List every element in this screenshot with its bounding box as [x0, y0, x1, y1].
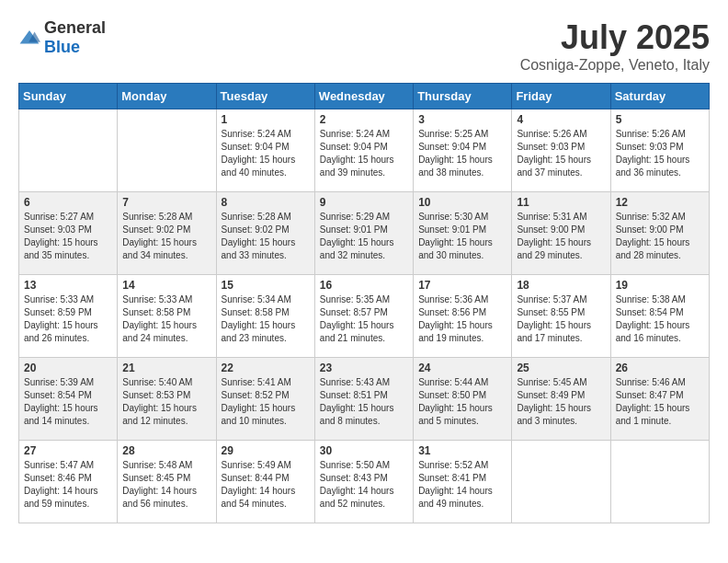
day-info: Sunrise: 5:39 AM Sunset: 8:54 PM Dayligh…	[24, 376, 112, 428]
calendar-cell: 30Sunrise: 5:50 AM Sunset: 8:43 PM Dayli…	[314, 441, 413, 523]
calendar-cell: 4Sunrise: 5:26 AM Sunset: 9:03 PM Daylig…	[512, 109, 610, 192]
day-number: 29	[222, 444, 310, 457]
calendar-cell: 5Sunrise: 5:26 AM Sunset: 9:03 PM Daylig…	[610, 109, 709, 192]
day-info: Sunrise: 5:30 AM Sunset: 9:01 PM Dayligh…	[418, 211, 506, 262]
day-number: 15	[222, 279, 310, 292]
logo-text: General Blue	[44, 18, 106, 57]
calendar-week-4: 20Sunrise: 5:39 AM Sunset: 8:54 PM Dayli…	[19, 358, 710, 441]
calendar-cell: 7Sunrise: 5:28 AM Sunset: 9:02 PM Daylig…	[118, 192, 216, 275]
day-info: Sunrise: 5:28 AM Sunset: 9:02 PM Dayligh…	[222, 211, 310, 262]
calendar-cell: 17Sunrise: 5:36 AM Sunset: 8:56 PM Dayli…	[414, 275, 512, 358]
calendar-cell: 15Sunrise: 5:34 AM Sunset: 8:58 PM Dayli…	[216, 275, 314, 358]
day-number: 30	[320, 444, 408, 457]
calendar-cell: 31Sunrise: 5:52 AM Sunset: 8:41 PM Dayli…	[414, 441, 512, 523]
calendar-cell	[118, 109, 216, 192]
logo-icon	[18, 29, 40, 47]
day-info: Sunrise: 5:34 AM Sunset: 8:58 PM Dayligh…	[222, 293, 310, 345]
day-info: Sunrise: 5:38 AM Sunset: 8:54 PM Dayligh…	[616, 293, 704, 345]
day-number: 14	[122, 279, 210, 292]
month-title: July 2025	[520, 18, 710, 57]
day-number: 21	[122, 362, 210, 374]
calendar-cell: 13Sunrise: 5:33 AM Sunset: 8:59 PM Dayli…	[19, 275, 118, 358]
calendar-cell: 21Sunrise: 5:40 AM Sunset: 8:53 PM Dayli…	[118, 358, 216, 441]
day-number: 6	[24, 196, 112, 209]
day-number: 28	[122, 444, 210, 457]
weekday-header-friday: Friday	[512, 84, 610, 109]
calendar-cell: 18Sunrise: 5:37 AM Sunset: 8:55 PM Dayli…	[512, 275, 610, 358]
logo: General Blue	[18, 18, 106, 57]
calendar-cell: 3Sunrise: 5:25 AM Sunset: 9:04 PM Daylig…	[414, 109, 512, 192]
day-number: 9	[320, 196, 408, 209]
day-info: Sunrise: 5:50 AM Sunset: 8:43 PM Dayligh…	[320, 459, 408, 511]
calendar-cell: 23Sunrise: 5:43 AM Sunset: 8:51 PM Dayli…	[314, 358, 413, 441]
calendar-cell: 1Sunrise: 5:24 AM Sunset: 9:04 PM Daylig…	[216, 109, 314, 192]
calendar-cell: 29Sunrise: 5:49 AM Sunset: 8:44 PM Dayli…	[216, 441, 314, 523]
day-info: Sunrise: 5:31 AM Sunset: 9:00 PM Dayligh…	[517, 211, 605, 262]
day-info: Sunrise: 5:36 AM Sunset: 8:56 PM Dayligh…	[418, 293, 506, 345]
day-number: 5	[616, 113, 704, 126]
day-info: Sunrise: 5:26 AM Sunset: 9:03 PM Dayligh…	[517, 128, 605, 179]
day-info: Sunrise: 5:52 AM Sunset: 8:41 PM Dayligh…	[418, 459, 506, 511]
day-number: 1	[222, 113, 310, 126]
day-info: Sunrise: 5:37 AM Sunset: 8:55 PM Dayligh…	[517, 293, 605, 345]
calendar-cell: 27Sunrise: 5:47 AM Sunset: 8:46 PM Dayli…	[19, 441, 118, 523]
day-info: Sunrise: 5:32 AM Sunset: 9:00 PM Dayligh…	[616, 211, 704, 262]
calendar-cell: 28Sunrise: 5:48 AM Sunset: 8:45 PM Dayli…	[118, 441, 216, 523]
calendar-cell: 25Sunrise: 5:45 AM Sunset: 8:49 PM Dayli…	[512, 358, 610, 441]
day-info: Sunrise: 5:33 AM Sunset: 8:58 PM Dayligh…	[122, 293, 210, 345]
calendar: SundayMondayTuesdayWednesdayThursdayFrid…	[18, 83, 710, 523]
day-number: 12	[616, 196, 704, 209]
day-info: Sunrise: 5:44 AM Sunset: 8:50 PM Dayligh…	[418, 376, 506, 428]
calendar-week-3: 13Sunrise: 5:33 AM Sunset: 8:59 PM Dayli…	[19, 275, 710, 358]
day-info: Sunrise: 5:49 AM Sunset: 8:44 PM Dayligh…	[222, 459, 310, 511]
calendar-cell: 24Sunrise: 5:44 AM Sunset: 8:50 PM Dayli…	[414, 358, 512, 441]
day-number: 25	[517, 362, 605, 374]
calendar-cell: 20Sunrise: 5:39 AM Sunset: 8:54 PM Dayli…	[19, 358, 118, 441]
header: General Blue July 2025 Cosniga-Zoppe, Ve…	[18, 18, 710, 74]
calendar-cell: 14Sunrise: 5:33 AM Sunset: 8:58 PM Dayli…	[118, 275, 216, 358]
day-info: Sunrise: 5:41 AM Sunset: 8:52 PM Dayligh…	[222, 376, 310, 428]
day-number: 27	[24, 444, 112, 457]
day-number: 17	[418, 279, 506, 292]
day-number: 3	[418, 113, 506, 126]
calendar-week-5: 27Sunrise: 5:47 AM Sunset: 8:46 PM Dayli…	[19, 441, 710, 523]
calendar-cell: 9Sunrise: 5:29 AM Sunset: 9:01 PM Daylig…	[314, 192, 413, 275]
day-info: Sunrise: 5:26 AM Sunset: 9:03 PM Dayligh…	[616, 128, 704, 179]
day-number: 16	[320, 279, 408, 292]
day-number: 18	[517, 279, 605, 292]
day-info: Sunrise: 5:47 AM Sunset: 8:46 PM Dayligh…	[24, 459, 112, 511]
day-info: Sunrise: 5:43 AM Sunset: 8:51 PM Dayligh…	[320, 376, 408, 428]
logo-general: General	[44, 18, 106, 37]
calendar-cell	[512, 441, 610, 523]
day-number: 24	[418, 362, 506, 374]
day-info: Sunrise: 5:45 AM Sunset: 8:49 PM Dayligh…	[517, 376, 605, 428]
day-info: Sunrise: 5:25 AM Sunset: 9:04 PM Dayligh…	[418, 128, 506, 179]
calendar-week-1: 1Sunrise: 5:24 AM Sunset: 9:04 PM Daylig…	[19, 109, 710, 192]
day-number: 13	[24, 279, 112, 292]
calendar-cell: 10Sunrise: 5:30 AM Sunset: 9:01 PM Dayli…	[414, 192, 512, 275]
weekday-header-thursday: Thursday	[414, 84, 512, 109]
day-number: 20	[24, 362, 112, 374]
day-number: 23	[320, 362, 408, 374]
day-info: Sunrise: 5:29 AM Sunset: 9:01 PM Dayligh…	[320, 211, 408, 262]
day-info: Sunrise: 5:24 AM Sunset: 9:04 PM Dayligh…	[320, 128, 408, 179]
calendar-cell: 12Sunrise: 5:32 AM Sunset: 9:00 PM Dayli…	[610, 192, 709, 275]
calendar-week-2: 6Sunrise: 5:27 AM Sunset: 9:03 PM Daylig…	[19, 192, 710, 275]
calendar-cell: 8Sunrise: 5:28 AM Sunset: 9:02 PM Daylig…	[216, 192, 314, 275]
day-info: Sunrise: 5:40 AM Sunset: 8:53 PM Dayligh…	[122, 376, 210, 428]
calendar-cell: 19Sunrise: 5:38 AM Sunset: 8:54 PM Dayli…	[610, 275, 709, 358]
day-info: Sunrise: 5:27 AM Sunset: 9:03 PM Dayligh…	[24, 211, 112, 262]
calendar-cell	[19, 109, 118, 192]
calendar-cell: 16Sunrise: 5:35 AM Sunset: 8:57 PM Dayli…	[314, 275, 413, 358]
day-number: 26	[616, 362, 704, 374]
location-title: Cosniga-Zoppe, Veneto, Italy	[520, 57, 710, 74]
day-info: Sunrise: 5:46 AM Sunset: 8:47 PM Dayligh…	[616, 376, 704, 428]
day-number: 8	[222, 196, 310, 209]
day-number: 7	[122, 196, 210, 209]
day-number: 31	[418, 444, 506, 457]
title-area: July 2025 Cosniga-Zoppe, Veneto, Italy	[520, 18, 710, 74]
day-info: Sunrise: 5:28 AM Sunset: 9:02 PM Dayligh…	[122, 211, 210, 262]
weekday-header-wednesday: Wednesday	[314, 84, 413, 109]
weekday-header-tuesday: Tuesday	[216, 84, 314, 109]
weekday-header-row: SundayMondayTuesdayWednesdayThursdayFrid…	[19, 84, 710, 109]
